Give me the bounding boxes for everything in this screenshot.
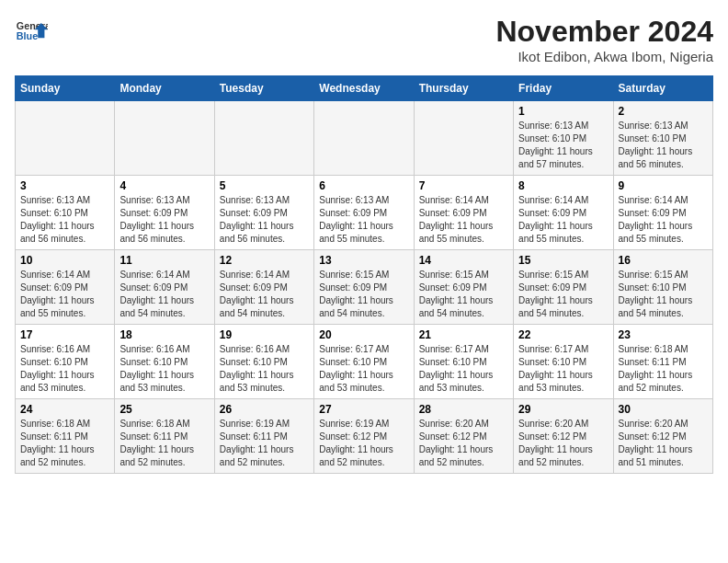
- day-detail: Sunrise: 6:18 AM Sunset: 6:11 PM Dayligh…: [20, 418, 109, 469]
- calendar-cell: 17Sunrise: 6:16 AM Sunset: 6:10 PM Dayli…: [16, 325, 115, 399]
- calendar-cell: 8Sunrise: 6:14 AM Sunset: 6:09 PM Daylig…: [514, 176, 613, 250]
- day-detail: Sunrise: 6:14 AM Sunset: 6:09 PM Dayligh…: [619, 194, 708, 246]
- header-monday: Monday: [115, 76, 214, 101]
- page-header: General Blue November 2024 Ikot Edibon, …: [15, 15, 713, 64]
- day-detail: Sunrise: 6:14 AM Sunset: 6:09 PM Dayligh…: [119, 269, 209, 320]
- day-detail: Sunrise: 6:14 AM Sunset: 6:09 PM Dayligh…: [220, 269, 309, 320]
- calendar-cell: 24Sunrise: 6:18 AM Sunset: 6:11 PM Dayli…: [16, 399, 115, 474]
- calendar-cell: 12Sunrise: 6:14 AM Sunset: 6:09 PM Dayli…: [214, 250, 313, 325]
- header-sunday: Sunday: [16, 76, 115, 101]
- calendar-cell: 13Sunrise: 6:15 AM Sunset: 6:09 PM Dayli…: [314, 250, 414, 325]
- day-detail: Sunrise: 6:13 AM Sunset: 6:09 PM Dayligh…: [220, 194, 309, 246]
- day-number: 14: [419, 254, 508, 267]
- day-detail: Sunrise: 6:17 AM Sunset: 6:10 PM Dayligh…: [518, 343, 608, 395]
- day-number: 10: [20, 254, 109, 267]
- day-detail: Sunrise: 6:16 AM Sunset: 6:10 PM Dayligh…: [119, 343, 209, 395]
- day-detail: Sunrise: 6:13 AM Sunset: 6:10 PM Dayligh…: [518, 120, 608, 171]
- calendar-cell: 29Sunrise: 6:20 AM Sunset: 6:12 PM Dayli…: [514, 399, 613, 474]
- day-detail: Sunrise: 6:15 AM Sunset: 6:09 PM Dayligh…: [518, 269, 608, 320]
- calendar-cell: 30Sunrise: 6:20 AM Sunset: 6:12 PM Dayli…: [613, 399, 712, 474]
- header-tuesday: Tuesday: [214, 76, 313, 101]
- calendar-header-row: SundayMondayTuesdayWednesdayThursdayFrid…: [16, 76, 713, 101]
- calendar-week-row: 10Sunrise: 6:14 AM Sunset: 6:09 PM Dayli…: [16, 250, 713, 325]
- calendar-week-row: 24Sunrise: 6:18 AM Sunset: 6:11 PM Dayli…: [16, 399, 713, 474]
- day-number: 20: [319, 328, 408, 341]
- day-number: 2: [619, 105, 708, 118]
- day-detail: Sunrise: 6:18 AM Sunset: 6:11 PM Dayligh…: [119, 418, 209, 469]
- day-number: 13: [319, 254, 408, 267]
- calendar-week-row: 17Sunrise: 6:16 AM Sunset: 6:10 PM Dayli…: [16, 325, 713, 399]
- day-detail: Sunrise: 6:16 AM Sunset: 6:10 PM Dayligh…: [220, 343, 309, 395]
- day-detail: Sunrise: 6:17 AM Sunset: 6:10 PM Dayligh…: [419, 343, 508, 395]
- calendar-week-row: 3Sunrise: 6:13 AM Sunset: 6:10 PM Daylig…: [16, 176, 713, 250]
- calendar-week-row: 1Sunrise: 6:13 AM Sunset: 6:10 PM Daylig…: [16, 101, 713, 176]
- day-number: 19: [220, 328, 309, 341]
- calendar-cell: 28Sunrise: 6:20 AM Sunset: 6:12 PM Dayli…: [414, 399, 513, 474]
- calendar-table: SundayMondayTuesdayWednesdayThursdayFrid…: [15, 75, 713, 474]
- day-detail: Sunrise: 6:15 AM Sunset: 6:09 PM Dayligh…: [419, 269, 508, 320]
- calendar-cell: [314, 101, 414, 176]
- calendar-cell: 20Sunrise: 6:17 AM Sunset: 6:10 PM Dayli…: [314, 325, 414, 399]
- day-number: 25: [119, 403, 209, 416]
- calendar-cell: 18Sunrise: 6:16 AM Sunset: 6:10 PM Dayli…: [115, 325, 214, 399]
- day-number: 24: [20, 403, 109, 416]
- header-thursday: Thursday: [414, 76, 513, 101]
- day-detail: Sunrise: 6:13 AM Sunset: 6:10 PM Dayligh…: [619, 120, 708, 171]
- day-number: 17: [20, 328, 109, 341]
- calendar-cell: [16, 101, 115, 176]
- day-number: 29: [518, 403, 608, 416]
- day-number: 9: [619, 179, 708, 192]
- svg-text:Blue: Blue: [17, 30, 38, 41]
- day-detail: Sunrise: 6:14 AM Sunset: 6:09 PM Dayligh…: [419, 194, 508, 246]
- header-saturday: Saturday: [613, 76, 712, 101]
- day-number: 12: [220, 254, 309, 267]
- day-detail: Sunrise: 6:14 AM Sunset: 6:09 PM Dayligh…: [20, 269, 109, 320]
- day-detail: Sunrise: 6:13 AM Sunset: 6:10 PM Dayligh…: [20, 194, 109, 246]
- day-number: 22: [518, 328, 608, 341]
- month-title: November 2024: [495, 15, 713, 49]
- day-number: 21: [419, 328, 508, 341]
- calendar-cell: 16Sunrise: 6:15 AM Sunset: 6:10 PM Dayli…: [613, 250, 712, 325]
- day-number: 27: [319, 403, 408, 416]
- day-detail: Sunrise: 6:15 AM Sunset: 6:09 PM Dayligh…: [319, 269, 408, 320]
- calendar-cell: 19Sunrise: 6:16 AM Sunset: 6:10 PM Dayli…: [214, 325, 313, 399]
- calendar-cell: 3Sunrise: 6:13 AM Sunset: 6:10 PM Daylig…: [16, 176, 115, 250]
- calendar-cell: 4Sunrise: 6:13 AM Sunset: 6:09 PM Daylig…: [115, 176, 214, 250]
- day-number: 26: [220, 403, 309, 416]
- day-number: 30: [619, 403, 708, 416]
- day-detail: Sunrise: 6:13 AM Sunset: 6:09 PM Dayligh…: [119, 194, 209, 246]
- calendar-cell: [115, 101, 214, 176]
- title-area: November 2024 Ikot Edibon, Akwa Ibom, Ni…: [495, 15, 713, 64]
- calendar-cell: 14Sunrise: 6:15 AM Sunset: 6:09 PM Dayli…: [414, 250, 513, 325]
- day-detail: Sunrise: 6:20 AM Sunset: 6:12 PM Dayligh…: [419, 418, 508, 469]
- day-number: 15: [518, 254, 608, 267]
- logo: General Blue: [15, 15, 48, 48]
- day-number: 8: [518, 179, 608, 192]
- day-number: 28: [419, 403, 508, 416]
- location-subtitle: Ikot Edibon, Akwa Ibom, Nigeria: [495, 49, 713, 64]
- calendar-cell: [214, 101, 313, 176]
- calendar-cell: 10Sunrise: 6:14 AM Sunset: 6:09 PM Dayli…: [16, 250, 115, 325]
- day-detail: Sunrise: 6:15 AM Sunset: 6:10 PM Dayligh…: [619, 269, 708, 320]
- calendar-cell: 1Sunrise: 6:13 AM Sunset: 6:10 PM Daylig…: [514, 101, 613, 176]
- day-number: 5: [220, 179, 309, 192]
- header-wednesday: Wednesday: [314, 76, 414, 101]
- day-detail: Sunrise: 6:20 AM Sunset: 6:12 PM Dayligh…: [518, 418, 608, 469]
- day-detail: Sunrise: 6:20 AM Sunset: 6:12 PM Dayligh…: [619, 418, 708, 469]
- calendar-cell: 11Sunrise: 6:14 AM Sunset: 6:09 PM Dayli…: [115, 250, 214, 325]
- calendar-cell: [414, 101, 513, 176]
- calendar-cell: 26Sunrise: 6:19 AM Sunset: 6:11 PM Dayli…: [214, 399, 313, 474]
- day-number: 11: [119, 254, 209, 267]
- day-number: 3: [20, 179, 109, 192]
- logo-icon: General Blue: [15, 15, 48, 48]
- calendar-cell: 6Sunrise: 6:13 AM Sunset: 6:09 PM Daylig…: [314, 176, 414, 250]
- calendar-cell: 27Sunrise: 6:19 AM Sunset: 6:12 PM Dayli…: [314, 399, 414, 474]
- calendar-cell: 9Sunrise: 6:14 AM Sunset: 6:09 PM Daylig…: [613, 176, 712, 250]
- day-detail: Sunrise: 6:13 AM Sunset: 6:09 PM Dayligh…: [319, 194, 408, 246]
- calendar-cell: 22Sunrise: 6:17 AM Sunset: 6:10 PM Dayli…: [514, 325, 613, 399]
- calendar-cell: 15Sunrise: 6:15 AM Sunset: 6:09 PM Dayli…: [514, 250, 613, 325]
- day-detail: Sunrise: 6:16 AM Sunset: 6:10 PM Dayligh…: [20, 343, 109, 395]
- calendar-cell: 25Sunrise: 6:18 AM Sunset: 6:11 PM Dayli…: [115, 399, 214, 474]
- calendar-cell: 5Sunrise: 6:13 AM Sunset: 6:09 PM Daylig…: [214, 176, 313, 250]
- day-detail: Sunrise: 6:19 AM Sunset: 6:11 PM Dayligh…: [220, 418, 309, 469]
